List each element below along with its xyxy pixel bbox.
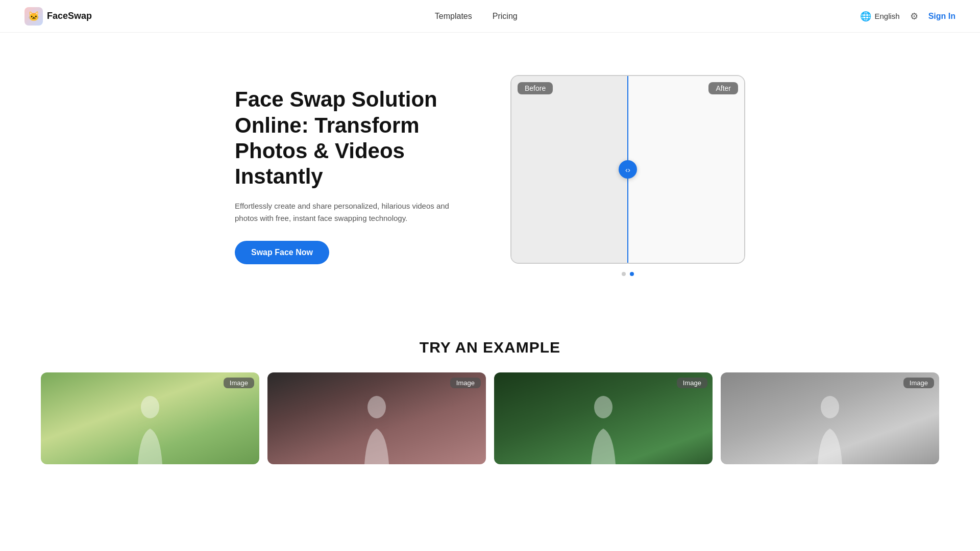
example-card-1[interactable]: Image	[41, 372, 259, 464]
slide-dot-1[interactable]	[622, 272, 626, 276]
example-badge-4: Image	[903, 378, 934, 388]
example-card-2[interactable]: Image	[267, 372, 486, 464]
compare-after-panel: After	[628, 76, 744, 263]
example-badge-2: Image	[450, 378, 481, 388]
hero-compare-area: Before After ‹›	[510, 75, 745, 276]
hero-content: Face Swap Solution Online: Transform Pho…	[235, 87, 470, 264]
compare-handle[interactable]: ‹›	[619, 160, 637, 179]
language-selector[interactable]: 🌐 English	[860, 11, 899, 22]
example-card-4[interactable]: Image	[721, 372, 939, 464]
compare-widget[interactable]: Before After ‹›	[510, 75, 745, 264]
logo-icon: 🐱	[24, 7, 43, 26]
example-card-3[interactable]: Image	[494, 372, 713, 464]
hero-section: Face Swap Solution Online: Transform Pho…	[0, 33, 980, 318]
logo-text: FaceSwap	[47, 11, 92, 21]
svg-point-0	[141, 396, 159, 418]
examples-title: TRY AN EXAMPLE	[41, 339, 939, 356]
svg-point-2	[594, 396, 612, 418]
example-badge-1: Image	[224, 378, 254, 388]
slide-dot-2[interactable]	[630, 272, 634, 276]
settings-icon[interactable]: ⚙	[910, 11, 918, 22]
hero-subtitle: Effortlessly create and share personaliz…	[235, 200, 470, 224]
compare-before-panel: Before	[511, 76, 628, 263]
main-nav: Templates Pricing	[435, 12, 518, 21]
after-label: After	[708, 82, 738, 94]
svg-point-1	[368, 396, 386, 418]
logo[interactable]: 🐱 FaceSwap	[24, 7, 92, 26]
example-badge-3: Image	[677, 378, 707, 388]
svg-point-3	[821, 396, 839, 418]
nav-pricing[interactable]: Pricing	[493, 12, 518, 21]
sign-in-button[interactable]: Sign In	[928, 12, 955, 21]
before-label: Before	[518, 82, 553, 94]
nav-templates[interactable]: Templates	[435, 12, 472, 21]
handle-arrows-icon: ‹›	[625, 165, 630, 174]
globe-icon: 🌐	[860, 11, 871, 22]
hero-title: Face Swap Solution Online: Transform Pho…	[235, 87, 470, 190]
header-right: 🌐 English ⚙ Sign In	[860, 11, 955, 22]
swap-face-now-button[interactable]: Swap Face Now	[235, 241, 329, 264]
examples-grid: Image Image Image	[41, 372, 939, 464]
slide-dots	[510, 272, 745, 276]
language-label: English	[874, 12, 899, 20]
examples-section: TRY AN EXAMPLE Image Image	[0, 318, 980, 495]
